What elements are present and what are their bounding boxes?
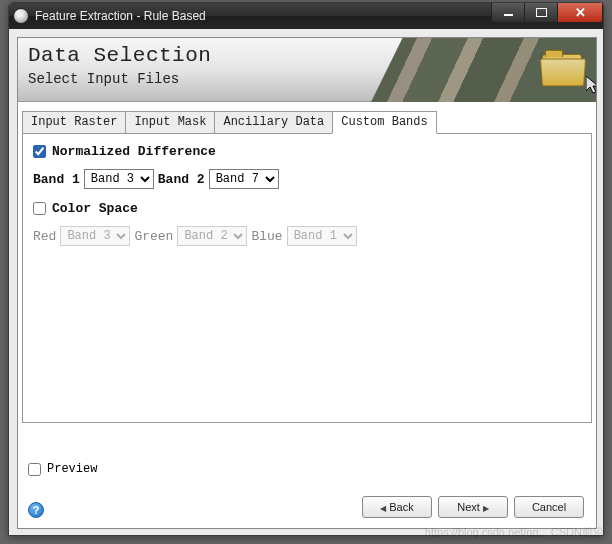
app-icon [13,8,29,24]
green-select[interactable]: Band 2 [177,226,247,246]
green-label: Green [134,229,173,244]
svg-marker-0 [586,76,598,93]
back-button[interactable]: Back [362,496,432,518]
preview-checkbox[interactable] [28,463,41,476]
page-subtitle: Select Input Files [28,71,211,87]
window-title: Feature Extraction - Rule Based [35,9,206,23]
preview-label: Preview [47,462,97,476]
normalized-difference-label: Normalized Difference [52,144,216,159]
band1-select[interactable]: Band 3 [84,169,154,189]
close-button[interactable]: ✕ [557,3,603,23]
tab-custom-bands[interactable]: Custom Bands [332,111,436,134]
header-image [371,38,596,102]
client-area: Data Selection Select Input Files Input … [17,37,597,529]
red-label: Red [33,229,56,244]
color-space-checkbox[interactable] [33,202,46,215]
tab-input-mask[interactable]: Input Mask [125,111,215,134]
help-icon[interactable]: ? [28,502,44,518]
page-title: Data Selection [28,44,211,67]
window-controls: ✕ [492,3,603,23]
footer: Preview ? Back Next Cancel [18,448,596,528]
band2-label: Band 2 [158,172,205,187]
tab-bar: Input Raster Input Mask Ancillary Data C… [18,110,596,133]
maximize-button[interactable] [524,3,558,23]
open-folder-icon[interactable] [542,54,582,84]
header-banner: Data Selection Select Input Files [18,38,596,102]
minimize-button[interactable] [491,3,525,23]
tab-ancillary-data[interactable]: Ancillary Data [214,111,333,134]
tab-page-custom-bands: Normalized Difference Band 1 Band 3 Band… [22,133,592,423]
blue-select[interactable]: Band 1 [287,226,357,246]
color-space-label: Color Space [52,201,138,216]
cancel-button[interactable]: Cancel [514,496,584,518]
band1-label: Band 1 [33,172,80,187]
app-window: Feature Extraction - Rule Based ✕ Data S… [8,2,604,536]
normalized-difference-checkbox[interactable] [33,145,46,158]
blue-label: Blue [251,229,282,244]
red-select[interactable]: Band 3 [60,226,130,246]
titlebar: Feature Extraction - Rule Based ✕ [9,3,603,29]
band2-select[interactable]: Band 7 [209,169,279,189]
tab-input-raster[interactable]: Input Raster [22,111,126,134]
next-button[interactable]: Next [438,496,508,518]
